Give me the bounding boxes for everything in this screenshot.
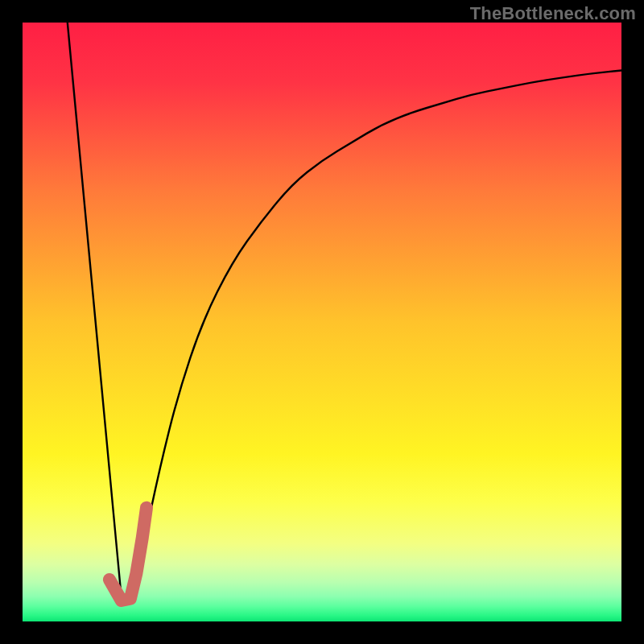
chart-frame: TheBottleneck.com — [0, 0, 644, 644]
plot-area — [23, 23, 621, 621]
gradient-background — [23, 23, 621, 621]
attribution-text: TheBottleneck.com — [470, 3, 636, 24]
chart-canvas — [23, 23, 621, 621]
